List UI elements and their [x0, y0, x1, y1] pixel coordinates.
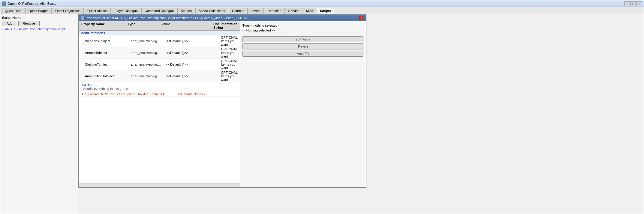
- edit-value-button[interactable]: Edit Value: [242, 36, 363, 42]
- props-table-body: ItemDefinitions WeaponsToInject ar:ar_en…: [79, 31, 240, 183]
- tab-quest-objectives[interactable]: Quest Objectives: [52, 8, 84, 14]
- tab-scenes[interactable]: Scenes: [177, 8, 195, 14]
- script-item-text: AR:AR_EnclaveProductionInjectionScript: [5, 27, 65, 31]
- maximize-button[interactable]: □: [630, 1, 636, 6]
- add-button[interactable]: Add: [2, 21, 17, 26]
- autofill-button[interactable]: Auto-Fill: [242, 51, 363, 57]
- modal-title-text: Properties for script AR:AR_EnclaveProdu…: [86, 16, 359, 20]
- prop-type-armors: ar:ar_enclaveolrig....: [130, 51, 165, 55]
- revert-button[interactable]: Revert: [242, 43, 363, 49]
- autofill-prop-type: AR:AR_EnclaveOil....: [137, 92, 176, 96]
- nothing-selected-label: <<Nothing selected>>: [242, 28, 363, 32]
- main-window: Quest: OilRigFactory_AlienBlaster ─ □ ✕ …: [0, 0, 644, 214]
- tab-quest-stages[interactable]: Quest Stages: [25, 8, 52, 14]
- prop-doc-weapons: OPTIONAL: Items you want: [220, 35, 240, 47]
- modal-window: Properties for script AR:AR_EnclaveProdu…: [78, 14, 366, 188]
- autofill-section: AUTOFILL - Autofill everything in this g…: [79, 82, 240, 92]
- tab-scene-collections[interactable]: Scene Collections: [195, 8, 228, 14]
- props-table-header: Property Name Type Value Documentation S…: [79, 21, 240, 31]
- window-icon: [2, 1, 6, 6]
- modal-content: Property Name Type Value Documentation S…: [79, 21, 366, 187]
- prop-doc-clothing: OPTIONAL: Items you want: [220, 59, 240, 70]
- autofill-prop-name: AR_EnclaveOilRigProductionSystem: [79, 92, 137, 97]
- remove-button[interactable]: Remove: [18, 21, 40, 26]
- side-buttons: Edit Value Revert Auto-Fill: [242, 36, 363, 57]
- script-text-pre: AR:: [5, 27, 10, 31]
- table-row[interactable]: WeaponsToInject ar:ar_enclaveolrig.... <…: [79, 35, 240, 47]
- prop-type-weapons: ar:ar_enclaveolrig....: [130, 39, 165, 43]
- tab-player-dialogue[interactable]: Player Dialogue: [111, 8, 141, 14]
- modal-close-button[interactable]: ✕: [359, 16, 364, 20]
- tab-combat[interactable]: Combat: [229, 8, 247, 14]
- autofill-desc: - Autofill everything in this group. -: [81, 87, 237, 91]
- button-row: Add Remove: [2, 21, 76, 26]
- table-row[interactable]: ClothingToInject ar:ar_enclaveolrig.... …: [79, 59, 240, 70]
- tab-scripts[interactable]: Scripts: [317, 8, 334, 14]
- prop-value-weapons: <<Default: []>>: [165, 39, 220, 43]
- right-info-panel: Type: <nothing selected> <<Nothing selec…: [240, 21, 366, 187]
- prop-doc-armors: OPTIONAL: Items you want: [220, 47, 240, 58]
- tab-quest-data[interactable]: Quest Data: [2, 8, 25, 14]
- prop-type-ammo: ar:ar_enclaveolrig....: [130, 74, 165, 78]
- prop-value-armors: <<Default: []>>: [165, 51, 220, 55]
- tab-bar: Quest Data Quest Stages Quest Objectives…: [0, 7, 644, 14]
- group-header-itemdefinitions[interactable]: ItemDefinitions: [79, 31, 240, 35]
- table-row[interactable]: ArmorsToInject ar:ar_enclaveolrig.... <<…: [79, 47, 240, 59]
- table-row[interactable]: AR_EnclaveOilRigProductionSystem AR:AR_E…: [79, 92, 240, 97]
- props-table-area: Property Name Type Value Documentation S…: [79, 21, 240, 187]
- tab-command-dialogue[interactable]: Command Dialogue: [141, 8, 177, 14]
- table-row[interactable]: AmmunitionToInject ar:ar_enclaveolrig...…: [79, 70, 240, 82]
- right-side: Properties for script AR:AR_EnclaveProdu…: [78, 14, 644, 214]
- prop-doc-ammo: OPTIONAL: Items you want: [220, 70, 240, 82]
- tab-quest-aliases[interactable]: Quest Aliases: [84, 8, 111, 14]
- title-bar-buttons: ─ □ ✕: [624, 1, 642, 6]
- left-panel: Script Name Add Remove + AR:AR_EnclavePr…: [0, 14, 78, 214]
- prop-name-weapons: WeaponsToInject: [79, 39, 130, 43]
- title-bar: Quest: OilRigFactory_AlienBlaster ─ □ ✕: [0, 0, 644, 7]
- modal-title-bar: Properties for script AR:AR_EnclaveProdu…: [79, 15, 366, 21]
- script-text-link: AR_EnclaveProductionInjectionScript: [11, 27, 65, 31]
- col-doc-header: Documentation String: [212, 22, 239, 30]
- script-item[interactable]: + AR:AR_EnclaveProductionInjectionScript: [2, 27, 76, 31]
- horizontal-scrollbar[interactable]: [79, 183, 240, 187]
- modal-title-icon: [81, 16, 84, 20]
- col-type-header: Type: [127, 22, 160, 30]
- prop-value-clothing: <<Default: []>>: [165, 62, 220, 67]
- tab-favors[interactable]: Favors: [247, 8, 264, 14]
- tab-misc[interactable]: Misc: [303, 8, 316, 14]
- autofill-header: AUTOFILL: [81, 83, 237, 87]
- script-name-label: Script Name: [2, 16, 76, 19]
- prop-name-ammo: AmmunitionToInject: [79, 74, 130, 79]
- script-plus-icon: +: [2, 27, 4, 31]
- prop-type-clothing: ar:ar_enclaveolrig....: [130, 62, 165, 67]
- prop-name-clothing: ClothingToInject: [79, 62, 130, 67]
- prop-name-armors: ArmorsToInject: [79, 50, 130, 55]
- col-value-header: Value: [160, 22, 212, 30]
- autofill-prop-doc: [237, 94, 240, 94]
- autofill-prop-value: <<Default: None>>: [176, 92, 237, 96]
- tab-service[interactable]: Service: [285, 8, 303, 14]
- type-label: Type: <nothing selected>: [242, 24, 363, 27]
- modal-overlay: Properties for script AR:AR_EnclaveProdu…: [78, 14, 644, 214]
- col-property-header: Property Name: [80, 22, 127, 30]
- tab-detection[interactable]: Detection: [264, 8, 284, 14]
- minimize-button[interactable]: ─: [624, 1, 630, 6]
- window-title: Quest: OilRigFactory_AlienBlaster: [8, 2, 624, 5]
- prop-value-ammo: <<Default: []>>: [165, 74, 220, 78]
- close-button[interactable]: ✕: [636, 1, 642, 6]
- main-content: Script Name Add Remove + AR:AR_EnclavePr…: [0, 14, 644, 214]
